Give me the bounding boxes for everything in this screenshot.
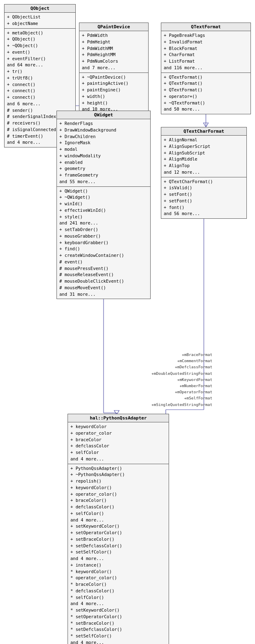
pythonqssadapter-methods: + PythonQssAdapter() + ~PythonQssAdapter… xyxy=(68,464,169,644)
relation-label-4: +mDoubleQuotedStringFormat xyxy=(151,370,212,376)
pythonqssadapter-method-text: + PythonQssAdapter() + ~PythonQssAdapter… xyxy=(70,465,166,644)
qpaintdevice-attributes: + PdmWidth + PdmHeight + PdmWidthMM + Pd… xyxy=(79,31,148,73)
relation-label-2: +mCommentFormat xyxy=(151,358,212,364)
qtextformat-method-text: + QTextFormat() + QTextFormat() + QTextF… xyxy=(164,74,248,113)
qwidget-methods: + QWidget() + ~QWidget() + winId() + eff… xyxy=(57,187,150,299)
qtextformat-attributes: + PageBreakFlags + InvalidFormat + Block… xyxy=(161,31,250,73)
relation-label-7: +mOperatorFormat xyxy=(151,389,212,395)
relation-label-5: +mKeywordFormat xyxy=(151,376,212,383)
relation-label-3: +mDefclassFormat xyxy=(151,364,212,370)
qtextformat-box: QTextFormat + PageBreakFlags + InvalidFo… xyxy=(161,23,251,114)
svg-marker-7 xyxy=(203,123,208,127)
qtextcharformat-method-text: + QTextCharFormat() + isValid() + setFon… xyxy=(164,179,244,218)
qpaintdevice-title: QPaintDevice xyxy=(79,23,148,31)
qtextformat-methods: + QTextFormat() + QTextFormat() + QTextF… xyxy=(161,73,250,114)
pythonqssadapter-attributes: + keywordColor + operator_color + braceC… xyxy=(68,422,169,464)
qwidget-attr-text: + RenderFlags + DrawWindowBackground + D… xyxy=(59,120,148,185)
qtextformat-attr-text: + PageBreakFlags + InvalidFormat + Block… xyxy=(164,32,248,71)
relation-label-6: +mNumberFormat xyxy=(151,383,212,389)
relation-label-9: +mSingleQuotedStringFormat xyxy=(151,401,212,408)
qobject-attributes: + QObjectList + objectName xyxy=(5,13,75,29)
qwidget-title: QWidget xyxy=(57,111,150,119)
qwidget-attributes: + RenderFlags + DrawWindowBackground + D… xyxy=(57,119,150,187)
relation-label-1: +mBraceFormat xyxy=(151,351,212,358)
qwidget-box: QWidget + RenderFlags + DrawWindowBackgr… xyxy=(56,111,151,299)
qwidget-method-text: + QWidget() + ~QWidget() + winId() + eff… xyxy=(59,188,148,298)
pythonqssadapter-box: hal::PythonQssAdapter + keywordColor + o… xyxy=(68,414,169,644)
qtextcharformat-attributes: + AlignNormal + AlignSuperScript + Align… xyxy=(161,136,246,177)
qpaintdevice-attr-text: + PdmWidth + PdmHeight + PdmWidthMM + Pd… xyxy=(82,32,146,71)
qtextformat-title: QTextFormat xyxy=(161,23,250,31)
relation-label-8: +mSelfFormat xyxy=(151,395,212,401)
pythonqssadapter-attr-text: + keywordColor + operator_color + braceC… xyxy=(70,424,166,463)
qtextcharformat-attr-text: + AlignNormal + AlignSuperScript + Align… xyxy=(164,137,244,176)
relation-labels: +mBraceFormat +mCommentFormat +mDefclass… xyxy=(151,351,212,408)
pythonqssadapter-title: hal::PythonQssAdapter xyxy=(68,414,169,422)
qtextcharformat-methods: + QTextCharFormat() + isValid() + setFon… xyxy=(161,177,246,219)
qobject-title: QObject xyxy=(5,5,75,13)
diagram-container: QObject + QObjectList + objectName + met… xyxy=(0,0,255,644)
qtextcharformat-title: QTextCharFormat xyxy=(161,127,246,136)
qobject-attr-text: + QObjectList + objectName xyxy=(7,14,73,27)
qtextcharformat-box: QTextCharFormat + AlignNormal + AlignSup… xyxy=(161,127,247,219)
